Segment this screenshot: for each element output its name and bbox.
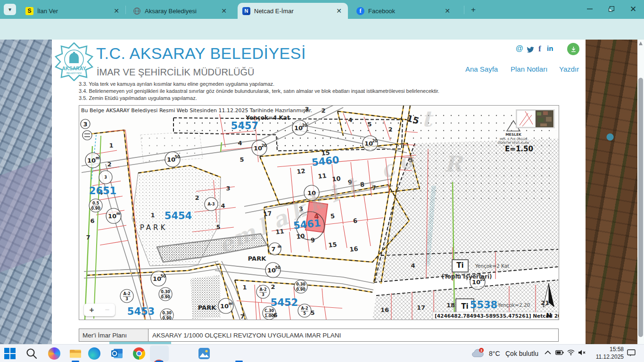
scrollbar-thumb[interactable] xyxy=(638,78,643,337)
parcel-number: 2 xyxy=(195,194,199,201)
nav-yazdir[interactable]: Yazdır xyxy=(559,65,579,73)
wifi-icon[interactable] xyxy=(567,349,575,355)
nav-ana-sayfa[interactable]: Ana Sayfa xyxy=(465,65,498,73)
parcel-number: 5 xyxy=(367,121,372,128)
map-inset-thumbnails[interactable] xyxy=(516,110,554,128)
window-maximize-button[interactable] xyxy=(601,0,622,18)
parcel-number: 12 xyxy=(297,167,306,175)
map-text: R xyxy=(444,151,463,177)
tab-facebook[interactable]: f Facebook ✕ xyxy=(352,3,456,19)
tab-title: İlan Ver xyxy=(37,8,108,15)
parcel-number: 4 xyxy=(348,116,352,123)
parcel-number: 5 xyxy=(330,213,335,220)
road-width-label: 10 xyxy=(167,156,175,163)
tab-close-icon[interactable]: ✕ xyxy=(220,7,228,15)
parcel-number: 1 xyxy=(109,142,113,149)
nav-plan-notlari[interactable]: Plan Notları xyxy=(511,65,547,73)
linkedin-icon[interactable]: in xyxy=(547,44,553,52)
aksaray-belediyesi-logo: AKSARAY BELEDİYESİ xyxy=(55,42,93,81)
tab-divider xyxy=(125,6,126,14)
map-text: Yençok=4 Kat xyxy=(245,115,290,121)
plan-info-table: Mer'i İmar Planı AKSARAY 1/1000 OLÇEKLI … xyxy=(79,329,559,342)
zoning-code: 3 xyxy=(262,293,264,297)
parcel-number: 4 xyxy=(411,262,415,269)
twitter-icon[interactable] xyxy=(526,45,534,53)
tab-netcad-eimar-active[interactable]: N Netcad E-İmar ✕ xyxy=(238,3,348,19)
parcel-number: 10 xyxy=(296,232,305,240)
chrome-icon[interactable] xyxy=(133,347,145,360)
parcel-number: 7 xyxy=(240,313,244,320)
road-width-label: 10 xyxy=(364,140,373,147)
window-minimize-button[interactable] xyxy=(579,0,601,18)
facebook-f-icon[interactable]: f xyxy=(538,44,541,54)
outlook-icon[interactable] xyxy=(111,347,123,360)
zoning-code: A-3 xyxy=(207,202,215,206)
map-text: (Toplu İşyerleri) xyxy=(442,273,492,280)
block-number: 5454 xyxy=(165,210,192,222)
parcel-number: 5 xyxy=(216,223,220,230)
parcel-number: 16 xyxy=(380,306,389,313)
tab-close-icon[interactable]: ✕ xyxy=(443,7,452,15)
zoning-code: 0.30 xyxy=(296,282,305,287)
tab-ilan-ver[interactable]: S İlan Ver ✕ xyxy=(21,3,125,19)
notification-icon[interactable] xyxy=(627,349,636,357)
park-lower xyxy=(190,275,221,319)
parcel-number: 5 xyxy=(239,156,244,163)
photos-icon[interactable] xyxy=(198,347,210,360)
road-width-sup: 20 xyxy=(261,144,267,148)
map-text: MESLEK xyxy=(505,132,522,137)
zoning-code: 3 xyxy=(125,297,128,301)
tab-search-chevron-icon[interactable]: ▾ xyxy=(4,4,16,15)
parcel-number: 2 xyxy=(107,161,111,168)
weather-temp[interactable]: 8°C xyxy=(489,350,500,357)
zoning-code: A-2 xyxy=(123,292,130,296)
map-text: MES. E.İ VE ÖRGÜN xyxy=(500,137,527,140)
tab-close-icon[interactable]: ✕ xyxy=(335,7,343,15)
road-width-label: 10 xyxy=(267,267,276,274)
sahibinden-favicon: S xyxy=(25,7,33,15)
road-width-sup: m xyxy=(278,245,281,249)
zoning-code: 0.5 xyxy=(92,201,99,206)
parcel-number: 8 xyxy=(360,181,365,189)
zoning-code: 5 xyxy=(303,312,306,316)
block-number: 2651 xyxy=(89,185,116,197)
zoning-code: 0.90 xyxy=(296,288,305,292)
road-width-label: 7 xyxy=(271,246,275,253)
parcel-number: 9 xyxy=(310,237,315,244)
tab-divider xyxy=(464,6,464,14)
page-scrollbar[interactable] xyxy=(637,40,644,344)
clock[interactable]: 15:58 11.12.2025 xyxy=(591,346,624,361)
search-icon[interactable] xyxy=(25,347,38,360)
volume-muted-icon[interactable] xyxy=(578,349,586,356)
parcel-number: 7 xyxy=(86,234,90,241)
parcel-number: 2 xyxy=(388,126,392,133)
zoom-out-button[interactable]: − xyxy=(99,305,115,315)
weather-condition[interactable]: Çok bulutlu xyxy=(505,350,538,357)
tray-chevron-icon[interactable] xyxy=(545,350,551,355)
edge-icon[interactable] xyxy=(88,347,100,360)
email-at-icon[interactable]: @ xyxy=(516,44,523,53)
window-close-button[interactable]: ✕ xyxy=(622,0,644,18)
map-text: E=1.50 xyxy=(505,145,533,153)
junction-symbol xyxy=(83,131,92,140)
road-width-sup: 50 xyxy=(160,274,166,279)
copilot-icon[interactable] xyxy=(48,347,60,360)
download-circle-button[interactable] xyxy=(567,43,579,55)
zoom-in-button[interactable]: + xyxy=(84,305,99,315)
battery-icon[interactable] xyxy=(555,350,564,355)
road-width-label: 10 xyxy=(254,145,262,152)
parcel-number: 2 xyxy=(321,107,325,114)
map-text: PARK xyxy=(140,223,168,232)
start-button-icon[interactable] xyxy=(4,347,16,360)
zoning-map-canvas[interactable]: 3 xyxy=(79,105,559,320)
weather-icon[interactable]: 3 xyxy=(471,347,486,360)
svg-text:AKSARAY: AKSARAY xyxy=(62,66,86,71)
new-tab-button[interactable]: + xyxy=(468,4,479,16)
parcel-number: 2 xyxy=(271,283,275,290)
tab-aksaray-belediyesi[interactable]: Aksaray Belediyesi ✕ xyxy=(128,3,233,19)
tab-close-icon[interactable]: ✕ xyxy=(112,7,121,15)
road-width-label: 10 xyxy=(87,157,96,164)
file-explorer-icon[interactable] xyxy=(69,347,82,360)
parcel-number: 5 xyxy=(310,309,314,316)
map-text: Yençok=2 Kat xyxy=(475,263,509,269)
